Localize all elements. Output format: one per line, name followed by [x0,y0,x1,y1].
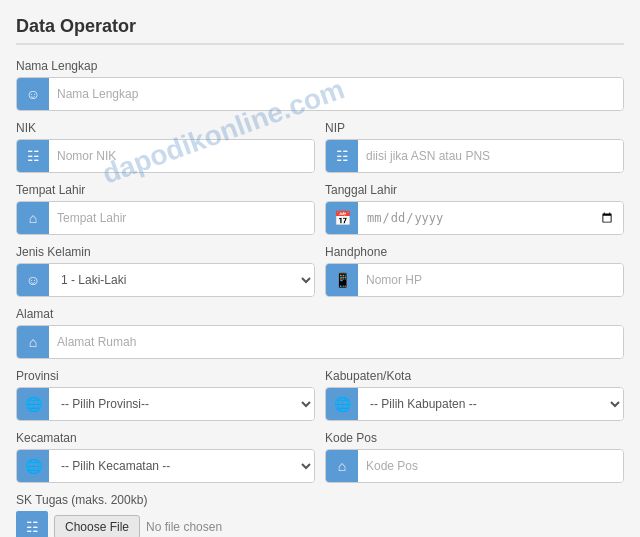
input-wrapper-kabupaten: 🌐 -- Pilih Kabupaten -- [325,387,624,421]
label-provinsi: Provinsi [16,369,315,383]
form-group-tanggal-lahir: Tanggal Lahir 📅 [325,183,624,235]
kode-pos-input[interactable] [358,450,623,482]
form-group-sk-tugas: SK Tugas (maks. 200kb) ☷ Choose File No … [16,493,624,537]
label-alamat: Alamat [16,307,624,321]
form-group-tempat-lahir: Tempat Lahir ⌂ [16,183,315,235]
input-wrapper-kode-pos: ⌂ [325,449,624,483]
file-no-chosen-sk: No file chosen [146,520,222,534]
input-wrapper-tempat-lahir: ⌂ [16,201,315,235]
handphone-input[interactable] [358,264,623,296]
form-group-handphone: Handphone 📱 [325,245,624,297]
file-icon-sk: ☷ [16,511,48,537]
person-icon: ☺ [17,78,49,110]
phone-icon: 📱 [326,264,358,296]
input-wrapper-alamat: ⌂ [16,325,624,359]
choose-file-sk-button[interactable]: Choose File [54,515,140,537]
section-title-data-operator: Data Operator [16,16,624,45]
provinsi-select[interactable]: -- Pilih Provinsi-- [49,388,314,420]
input-wrapper-jenis-kelamin: ☺ 1 - Laki-Laki 2 - Perempuan [16,263,315,297]
input-wrapper-kecamatan: 🌐 -- Pilih Kecamatan -- [16,449,315,483]
nama-lengkap-input[interactable] [49,78,623,110]
nik-input[interactable] [49,140,314,172]
form-group-provinsi: Provinsi 🌐 -- Pilih Provinsi-- [16,369,315,421]
label-tanggal-lahir: Tanggal Lahir [325,183,624,197]
tempat-lahir-input[interactable] [49,202,314,234]
jenis-kelamin-select[interactable]: 1 - Laki-Laki 2 - Perempuan [49,264,314,296]
form-group-nik: NIK ☷ [16,121,315,173]
kecamatan-select[interactable]: -- Pilih Kecamatan -- [49,450,314,482]
label-nip: NIP [325,121,624,135]
home-icon-kodepos: ⌂ [326,450,358,482]
label-tempat-lahir: Tempat Lahir [16,183,315,197]
person-icon-jk: ☺ [17,264,49,296]
globe-icon-provinsi: 🌐 [17,388,49,420]
label-kecamatan: Kecamatan [16,431,315,445]
label-sk-tugas: SK Tugas (maks. 200kb) [16,493,624,507]
form-group-kecamatan: Kecamatan 🌐 -- Pilih Kecamatan -- [16,431,315,483]
nip-input[interactable] [358,140,623,172]
input-wrapper-nip: ☷ [325,139,624,173]
form-group-jenis-kelamin: Jenis Kelamin ☺ 1 - Laki-Laki 2 - Peremp… [16,245,315,297]
input-wrapper-handphone: 📱 [325,263,624,297]
input-wrapper-provinsi: 🌐 -- Pilih Provinsi-- [16,387,315,421]
form-group-nama-lengkap: Nama Lengkap ☺ [16,59,624,111]
calendar-icon: 📅 [326,202,358,234]
kabupaten-select[interactable]: -- Pilih Kabupaten -- [358,388,623,420]
label-kabupaten: Kabupaten/Kota [325,369,624,383]
input-wrapper-tanggal-lahir: 📅 [325,201,624,235]
label-jenis-kelamin: Jenis Kelamin [16,245,315,259]
alamat-input[interactable] [49,326,623,358]
input-wrapper-nama-lengkap: ☺ [16,77,624,111]
form-group-alamat: Alamat ⌂ [16,307,624,359]
home-icon-alamat: ⌂ [17,326,49,358]
globe-icon-kecamatan: 🌐 [17,450,49,482]
file-row-sk-tugas: ☷ Choose File No file chosen [16,511,624,537]
input-wrapper-nik: ☷ [16,139,315,173]
file-input-sk-tugas: Choose File No file chosen [54,515,222,537]
label-nama-lengkap: Nama Lengkap [16,59,624,73]
home-icon-tempat: ⌂ [17,202,49,234]
label-kode-pos: Kode Pos [325,431,624,445]
form-group-kabupaten: Kabupaten/Kota 🌐 -- Pilih Kabupaten -- [325,369,624,421]
form-group-nip: NIP ☷ [325,121,624,173]
label-handphone: Handphone [325,245,624,259]
nip-icon: ☷ [326,140,358,172]
idcard-icon: ☷ [17,140,49,172]
globe-icon-kabupaten: 🌐 [326,388,358,420]
form-group-kode-pos: Kode Pos ⌂ [325,431,624,483]
tanggal-lahir-input[interactable] [358,202,623,234]
label-nik: NIK [16,121,315,135]
